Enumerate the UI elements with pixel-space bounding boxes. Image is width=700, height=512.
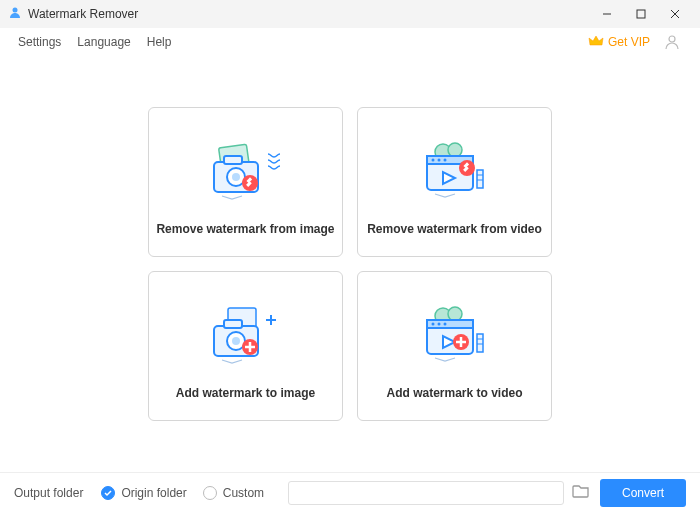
convert-button[interactable]: Convert: [600, 479, 686, 507]
video-add-icon: [405, 293, 505, 378]
radio-custom[interactable]: Custom: [203, 486, 264, 500]
svg-point-10: [232, 173, 240, 181]
radio-label: Origin folder: [121, 486, 186, 500]
user-icon[interactable]: [660, 30, 684, 54]
folder-open-icon: [572, 483, 590, 499]
svg-rect-30: [224, 320, 242, 328]
svg-point-39: [448, 307, 462, 321]
browse-folder-button[interactable]: [572, 483, 590, 502]
video-remove-icon: [405, 129, 505, 214]
output-folder-label: Output folder: [14, 486, 83, 500]
card-grid: Remove watermark from image: [148, 107, 552, 421]
menu-language[interactable]: Language: [69, 35, 138, 49]
svg-point-44: [443, 323, 446, 326]
output-path-input[interactable]: [288, 481, 564, 505]
svg-point-32: [232, 337, 240, 345]
card-add-video[interactable]: Add watermark to video: [357, 271, 552, 421]
get-vip-label: Get VIP: [608, 35, 650, 49]
maximize-button[interactable]: [624, 0, 658, 28]
main-area: Remove watermark from image: [0, 56, 700, 472]
radio-origin-folder[interactable]: Origin folder: [101, 486, 186, 500]
card-label: Remove watermark from video: [367, 222, 542, 236]
svg-point-15: [448, 143, 462, 157]
card-label: Remove watermark from image: [156, 222, 334, 236]
svg-point-42: [431, 323, 434, 326]
camera-add-icon: [196, 293, 296, 378]
card-add-image[interactable]: Add watermark to image: [148, 271, 343, 421]
svg-point-0: [13, 8, 18, 13]
svg-point-5: [669, 36, 675, 42]
svg-point-19: [437, 159, 440, 162]
svg-rect-48: [477, 334, 483, 352]
svg-point-20: [443, 159, 446, 162]
card-remove-video[interactable]: Remove watermark from video: [357, 107, 552, 257]
crown-icon: [588, 34, 604, 51]
titlebar: Watermark Remover: [0, 0, 700, 28]
menubar: Settings Language Help Get VIP: [0, 28, 700, 56]
minimize-button[interactable]: [590, 0, 624, 28]
close-button[interactable]: [658, 0, 692, 28]
get-vip-button[interactable]: Get VIP: [588, 34, 650, 51]
radio-label: Custom: [223, 486, 264, 500]
svg-rect-8: [224, 156, 242, 164]
menu-settings[interactable]: Settings: [10, 35, 69, 49]
card-label: Add watermark to image: [176, 386, 315, 400]
card-label: Add watermark to video: [386, 386, 522, 400]
camera-remove-icon: [196, 129, 296, 214]
footer: Output folder Origin folder Custom Conve…: [0, 472, 700, 512]
radio-dot-icon: [203, 486, 217, 500]
svg-point-43: [437, 323, 440, 326]
card-remove-image[interactable]: Remove watermark from image: [148, 107, 343, 257]
app-title: Watermark Remover: [28, 7, 138, 21]
svg-point-18: [431, 159, 434, 162]
radio-dot-icon: [101, 486, 115, 500]
app-icon: [8, 5, 22, 23]
menu-help[interactable]: Help: [139, 35, 180, 49]
svg-rect-24: [477, 170, 483, 188]
svg-rect-2: [637, 10, 645, 18]
